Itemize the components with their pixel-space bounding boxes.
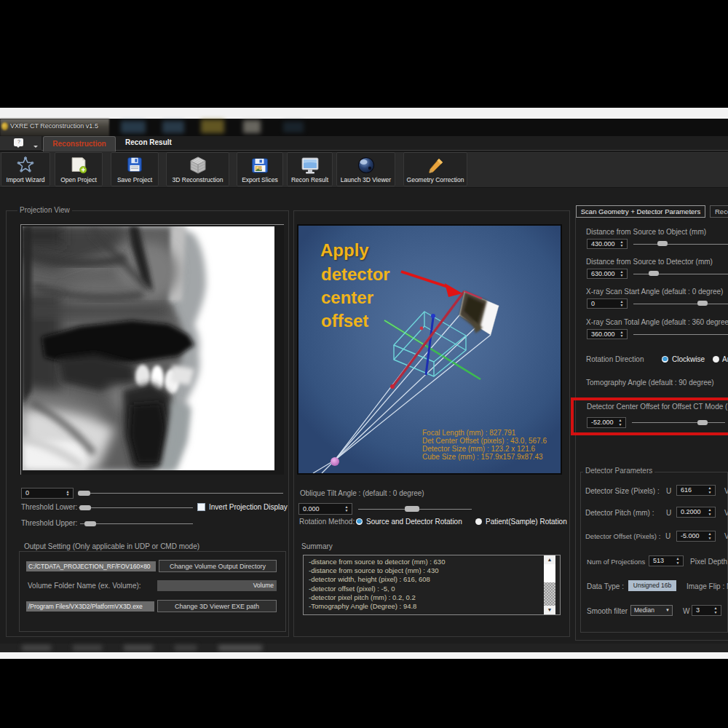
svg-text:Detector Size (mm) : 123.2 x 1: Detector Size (mm) : 123.2 x 121.6 xyxy=(422,445,536,453)
svg-text:Det Center Offset (pixels) : 4: Det Center Offset (pixels) : 43.0, 567.6 xyxy=(422,437,547,445)
svg-text:center: center xyxy=(321,288,373,307)
svg-text:Focal Length (mm) : 827.791: Focal Length (mm) : 827.791 xyxy=(422,429,516,437)
svg-text:Apply: Apply xyxy=(320,240,369,260)
svg-text:offset: offset xyxy=(321,311,368,331)
svg-text:detector: detector xyxy=(321,264,390,284)
svg-text:Cube Size (mm) : 157.9x157.9x8: Cube Size (mm) : 157.9x157.9x87.43 xyxy=(422,453,543,461)
